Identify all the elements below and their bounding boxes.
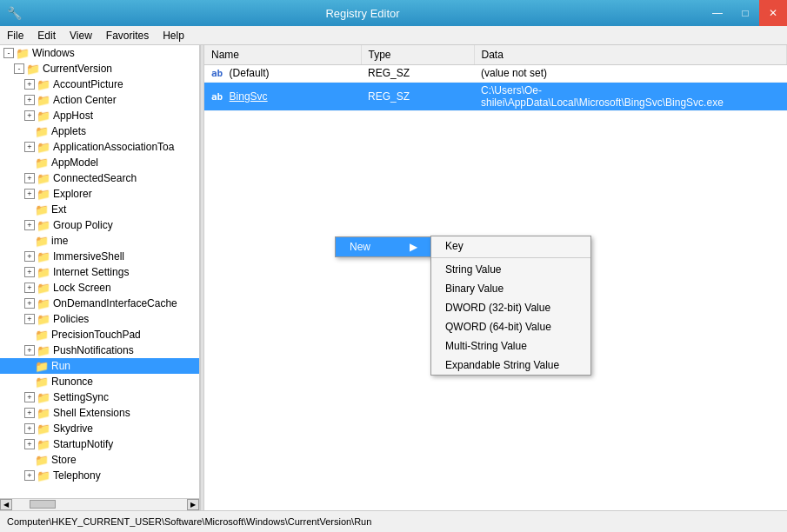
col-type[interactable]: Type [361, 45, 474, 64]
tree-item-shellext[interactable]: + 📁 Shell Extensions [0, 405, 199, 421]
expand-actioncenter[interactable]: + [24, 95, 35, 105]
tree-item-precisiontouchpad[interactable]: 📁 PrecisionTouchPad [0, 327, 199, 342]
minimize-button[interactable]: — [704, 0, 731, 26]
tree-label-ro: Runonce [51, 376, 93, 388]
tree-label-ls: Lock Screen [53, 282, 111, 294]
tree-item-applets[interactable]: 📁 Applets [0, 123, 199, 139]
tree-scroll[interactable]: - 📁 Windows - 📁 CurrentVersion + 📁 Accou… [0, 45, 199, 498]
expand-accountpicture[interactable]: + [24, 79, 35, 90]
menu-help[interactable]: Help [156, 26, 191, 44]
tree-label-ss: SettingSync [53, 391, 109, 403]
tree-label-ime: ime [51, 235, 68, 247]
tree-item-grouppolicy[interactable]: + 📁 Group Policy [0, 217, 199, 233]
value-icon-2: ab [211, 91, 223, 103]
tree-item-ondemand[interactable]: + 📁 OnDemandInterfaceCache [0, 296, 199, 311]
tree-item-ext[interactable]: 📁 Ext [0, 202, 199, 217]
tree-item-appAssoc[interactable]: + 📁 ApplicationAssociationToa [0, 139, 199, 155]
tree-label-pn: PushNotifications [53, 344, 134, 356]
folder-icon-tel: 📁 [37, 469, 50, 482]
scroll-thumb[interactable] [30, 500, 56, 509]
tree-item-telephony[interactable]: + 📁 Telephony [0, 468, 199, 483]
expand-windows[interactable]: - [3, 48, 14, 58]
maximize-button[interactable]: □ [731, 0, 759, 26]
expand-sn[interactable]: + [24, 439, 35, 449]
tree-label-assoc: ApplicationAssociationToa [53, 141, 174, 153]
tree-item-run[interactable]: 📁 Run [0, 358, 199, 374]
folder-icon-ah: 📁 [37, 110, 50, 123]
tree-item-connected-search[interactable]: + 📁 ConnectedSearch [0, 170, 199, 186]
tree-item-ime[interactable]: 📁 ime [0, 233, 199, 249]
submenu-dword-value[interactable]: DWORD (32-bit) Value [431, 298, 590, 317]
expand-ls[interactable]: + [24, 283, 35, 293]
scroll-right-btn[interactable]: ▶ [187, 499, 199, 510]
expand-is[interactable]: + [24, 251, 35, 262]
scroll-track[interactable] [12, 499, 187, 510]
submenu-expandable-value[interactable]: Expandable String Value [431, 356, 590, 375]
menu-edit[interactable]: Edit [30, 26, 63, 44]
expand-tel[interactable]: + [24, 470, 35, 481]
tree-item-apphost[interactable]: + 📁 AppHost [0, 108, 199, 123]
tree-item-skydrive[interactable]: + 📁 Skydrive [0, 421, 199, 436]
expand-appAssoc[interactable]: + [24, 142, 35, 152]
table-row[interactable]: ab BingSvc REG_SZ C:\Users\Oe-shilei\App… [204, 82, 787, 110]
menu-view[interactable]: View [63, 26, 99, 44]
expand-se[interactable]: + [24, 408, 35, 418]
folder-icon-ac: 📁 [37, 94, 50, 107]
expand-gp[interactable]: + [24, 220, 35, 230]
folder-icon-currentversion: 📁 [26, 63, 40, 76]
folder-icon: 📁 [16, 47, 30, 60]
close-button[interactable]: ✕ [759, 0, 787, 26]
submenu-key[interactable]: Key [431, 236, 590, 256]
expand-currentversion[interactable]: - [14, 63, 24, 74]
app-icon: 🔧 [7, 6, 22, 20]
tree-item-explorer[interactable]: + 📁 Explorer [0, 186, 199, 202]
col-data[interactable]: Data [474, 45, 787, 64]
folder-icon-od: 📁 [37, 297, 50, 310]
tree-item-runonce[interactable]: 📁 Runonce [0, 374, 199, 389]
folder-icon-am: 📁 [35, 156, 49, 170]
submenu-binary-value[interactable]: Binary Value [431, 279, 590, 298]
tree-item-accountpicture[interactable]: + 📁 AccountPicture [0, 76, 199, 92]
tree-item-policies[interactable]: + 📁 Policies [0, 311, 199, 327]
expand-explorer[interactable]: + [24, 189, 35, 199]
menu-file[interactable]: File [0, 26, 30, 44]
menu-favorites[interactable]: Favorites [99, 26, 156, 44]
expand-cs[interactable]: + [24, 173, 35, 183]
new-menu-item[interactable]: New ▶ [336, 237, 431, 256]
tree-label-currentversion: CurrentVersion [43, 63, 112, 75]
expand-ss[interactable]: + [24, 392, 35, 402]
expand-inet[interactable]: + [24, 267, 35, 277]
submenu-string-value[interactable]: String Value [431, 260, 590, 279]
folder-icon-applets: 📁 [35, 125, 49, 138]
tree-item-lockscreen[interactable]: + 📁 Lock Screen [0, 280, 199, 296]
tree-h-scroll[interactable]: ◀ ▶ [0, 498, 199, 510]
folder-icon-assoc: 📁 [37, 141, 50, 154]
tree-item-startupnotify[interactable]: + 📁 StartupNotify [0, 436, 199, 452]
folder-icon-ap: 📁 [37, 78, 50, 91]
expand-pn[interactable]: + [24, 345, 35, 356]
tree-item-settingsync[interactable]: + 📁 SettingSync [0, 389, 199, 405]
tree-item-currentversion[interactable]: - 📁 CurrentVersion [0, 61, 199, 76]
tree-item-appmodel[interactable]: 📁 AppModel [0, 155, 199, 170]
tree-item-internet-settings[interactable]: + 📁 Internet Settings [0, 264, 199, 280]
folder-icon-ss: 📁 [37, 391, 50, 404]
expand-pol[interactable]: + [24, 314, 35, 324]
tree-item-immersiveshell[interactable]: + 📁 ImmersiveShell [0, 249, 199, 264]
table-row[interactable]: ab (Default) REG_SZ (value not set) [204, 64, 787, 82]
expand-apphost[interactable]: + [24, 110, 35, 121]
folder-icon-sn: 📁 [37, 438, 50, 451]
col-name[interactable]: Name [204, 45, 361, 64]
folder-icon-ro: 📁 [35, 376, 49, 389]
expand-sky[interactable]: + [24, 423, 35, 434]
expand-od[interactable]: + [24, 298, 35, 309]
tree-item-windows[interactable]: - 📁 Windows [0, 45, 199, 61]
submenu-multistring-value[interactable]: Multi-String Value [431, 336, 590, 356]
tree-item-pushnotifications[interactable]: + 📁 PushNotifications [0, 342, 199, 358]
tree-item-store[interactable]: 📁 Store [0, 452, 199, 468]
folder-icon-ex: 📁 [37, 188, 50, 201]
tree-label-gp: Group Policy [53, 219, 113, 231]
tree-item-actioncenter[interactable]: + 📁 Action Center [0, 92, 199, 108]
folder-icon-run: 📁 [35, 360, 49, 373]
submenu-qword-value[interactable]: QWORD (64-bit) Value [431, 317, 590, 336]
scroll-left-btn[interactable]: ◀ [0, 499, 12, 510]
